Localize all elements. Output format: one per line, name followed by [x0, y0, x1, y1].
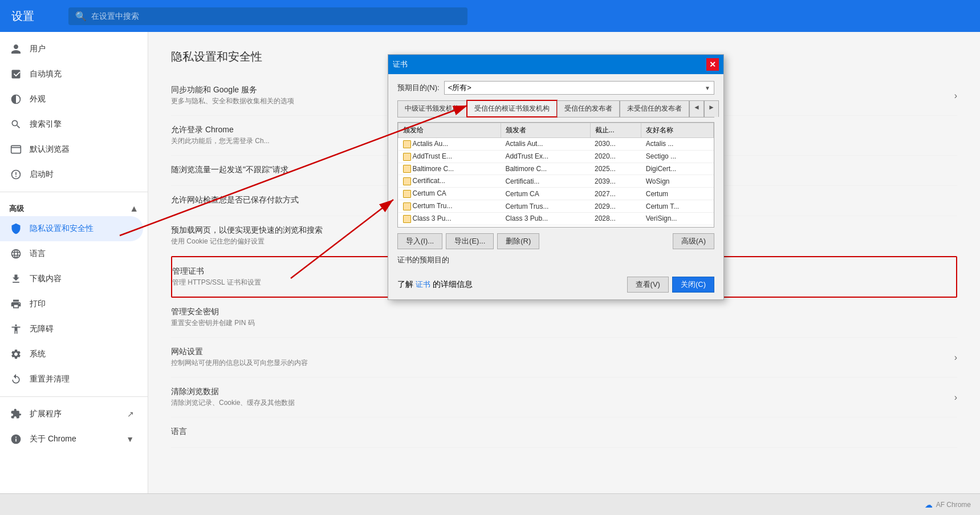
table-row[interactable]: Baltimore C... Baltimore C... 2025... Di…	[398, 163, 714, 175]
sidebar-item-user[interactable]: 用户	[0, 37, 143, 62]
settings-payment-title: 允许网站检查您是否已保存付款方式	[171, 195, 299, 205]
settings-item-site[interactable]: 网站设置 控制网站可使用的信息以及可向您显示的内容 ›	[171, 338, 957, 378]
sidebar-item-reset[interactable]: 重置并清理	[0, 367, 143, 392]
sidebar-item-search[interactable]: 搜索引擎	[0, 112, 143, 137]
sidebar-divider2	[0, 396, 148, 397]
table-row[interactable]: AddTrust E... AddTrust Ex... 2020... Sec…	[398, 150, 714, 163]
certificate-dialog[interactable]: 证书 ✕ 预期目的(N): <所有> ▼ 中级证书颁发机构 受信任的根证书颁发机…	[388, 54, 724, 300]
dialog-footer: 了解 证书 的详细信息 查看(V) 关闭(C)	[397, 277, 714, 293]
cell-issued-to: AddTrust E...	[398, 150, 501, 163]
cell-expires: 2020...	[590, 150, 641, 163]
settings-signin-title: 允许登录 Chrome	[171, 125, 270, 135]
settings-item-preload-text: 预加载网页，以便实现更快速的浏览和搜索 使用 Cookie 记住您的偏好设置	[171, 225, 323, 246]
settings-clear-arrow: ›	[954, 392, 957, 403]
settings-clear-title: 清除浏览数据	[171, 387, 295, 397]
dialog-action-buttons: 导入(I)... 导出(E)... 删除(R) 高级(A)	[397, 233, 714, 249]
sidebar-item-download[interactable]: 下载内容	[0, 266, 143, 291]
svg-rect-1	[11, 145, 21, 153]
sidebar-item-language[interactable]: 语言	[0, 241, 143, 266]
settings-sync-subtitle: 更多与隐私、安全和数据收集相关的选项	[171, 96, 294, 106]
settings-item-clear[interactable]: 清除浏览数据 清除浏览记录、Cookie、缓存及其他数据 ›	[171, 378, 957, 417]
learn-more-text: 了解 证书 的详细信息	[397, 279, 473, 290]
sidebar-item-print[interactable]: 打印	[0, 291, 143, 317]
cell-expires: 2028...	[590, 212, 641, 225]
privacy-icon	[9, 222, 23, 236]
search-input[interactable]	[91, 11, 461, 21]
accessibility-icon	[9, 322, 23, 336]
cell-expires: 2027...	[590, 188, 641, 200]
settings-item-payment-text: 允许网站检查您是否已保存付款方式	[171, 195, 299, 206]
table-row[interactable]: Actalis Au... Actalis Aut... 2030... Act…	[398, 138, 714, 151]
print-icon	[9, 297, 23, 311]
table-row[interactable]: Certum Tru... Certum Trus... 2029... Cer…	[398, 200, 714, 213]
tab-trusted-root[interactable]: 受信任的根证书颁发机构	[467, 100, 557, 117]
tab-intermediate[interactable]: 中级证书颁发机构	[397, 100, 467, 117]
cell-issuer: Copyright (...	[501, 225, 590, 228]
view-button[interactable]: 查看(V)	[627, 277, 669, 293]
cell-friendly: WoSign	[641, 175, 714, 188]
settings-item-seckey[interactable]: 管理安全密钥 重置安全密钥并创建 PIN 码	[171, 298, 957, 338]
sidebar-label-print: 打印	[30, 299, 46, 309]
sidebar-item-about[interactable]: 关于 Chrome ▼	[0, 427, 143, 452]
dialog-close-button[interactable]: ✕	[706, 58, 719, 71]
dialog-purpose-row: 预期目的(N): <所有> ▼	[397, 81, 714, 95]
sidebar-item-startup[interactable]: 启动时	[0, 162, 143, 187]
cloud-icon: ☁	[925, 500, 933, 509]
page-title: 设置	[11, 9, 46, 24]
settings-item-language-section: 语言	[171, 417, 957, 448]
settings-sync-arrow: ›	[954, 91, 957, 101]
settings-item-clear-text: 清除浏览数据 清除浏览记录、Cookie、缓存及其他数据	[171, 387, 295, 408]
settings-language-title: 语言	[171, 427, 187, 437]
table-row[interactable]: Certum CA Certum CA 2027... Certum	[398, 188, 714, 200]
tab-scroll-right[interactable]: ►	[704, 100, 719, 117]
settings-site-arrow: ›	[954, 352, 957, 363]
table-row[interactable]: Class 3 Pu... Class 3 Pub... 2028... Ver…	[398, 212, 714, 225]
col-issuer: 颁发者	[501, 123, 590, 138]
download-icon	[9, 272, 23, 286]
sidebar-label-default-browser: 默认浏览器	[30, 144, 70, 155]
sidebar-label-about: 关于 Chrome	[30, 434, 76, 444]
about-icon	[9, 432, 23, 446]
table-row[interactable]: Certificat... Certificati... 2039... WoS…	[398, 175, 714, 188]
sidebar-item-accessibility[interactable]: 无障碍	[0, 317, 143, 342]
cell-friendly: Certum T...	[641, 200, 714, 213]
export-button[interactable]: 导出(E)...	[446, 233, 494, 249]
sidebar-item-system[interactable]: 系统	[0, 342, 143, 367]
cert-purpose-label: 证书的预期目的	[397, 256, 449, 264]
sidebar-label-startup: 启动时	[30, 169, 54, 180]
settings-certs-title: 管理证书	[172, 266, 261, 277]
advanced-section-header: 高级 ▲	[0, 197, 148, 216]
table-row[interactable]: Copyright (... Copyright (... 1999... Mi…	[398, 225, 714, 228]
sidebar-item-appearance[interactable]: 外观	[0, 87, 143, 112]
header: 设置 🔍	[0, 0, 980, 32]
import-button[interactable]: 导入(I)...	[397, 233, 442, 249]
close-main-button[interactable]: 关闭(C)	[672, 277, 714, 293]
search-bar[interactable]: 🔍	[68, 7, 467, 25]
sidebar-label-extensions: 扩展程序	[30, 409, 62, 419]
cell-friendly: DigiCert...	[641, 163, 714, 175]
advanced-button[interactable]: 高级(A)	[673, 233, 714, 249]
sidebar-item-extensions[interactable]: 扩展程序 ↗	[0, 402, 143, 427]
settings-seckey-subtitle: 重置安全密钥并创建 PIN 码	[171, 318, 255, 328]
purpose-dropdown[interactable]: <所有> ▼	[444, 81, 714, 95]
remove-button[interactable]: 删除(R)	[497, 233, 539, 249]
cert-link[interactable]: 证书	[416, 280, 430, 289]
purpose-value: <所有>	[448, 83, 471, 93]
tab-trusted-publishers[interactable]: 受信任的发布者	[557, 100, 620, 117]
advanced-chevron-icon: ▲	[129, 204, 139, 214]
sidebar-item-privacy[interactable]: 隐私设置和安全性	[0, 216, 143, 241]
tab-untrusted-publishers[interactable]: 未受信任的发布者	[620, 100, 689, 117]
cell-expires: 1999...	[590, 225, 641, 228]
about-chevron-down-icon: ▼	[126, 435, 134, 444]
cell-friendly: Certum	[641, 188, 714, 200]
app-label: AF Chrome	[936, 501, 971, 509]
settings-preload-title: 预加载网页，以便实现更快速的浏览和搜索	[171, 225, 323, 236]
bottom-bar: ☁ AF Chrome	[0, 493, 980, 515]
sidebar-item-autofill[interactable]: 自动填充	[0, 62, 143, 87]
cell-issued-to: Copyright (...	[398, 225, 501, 228]
tab-scroll-left[interactable]: ◄	[689, 100, 704, 117]
cell-issuer: Class 3 Pub...	[501, 212, 590, 225]
sidebar-label-user: 用户	[30, 44, 46, 54]
cell-issued-to: Certum CA	[398, 188, 501, 200]
sidebar-item-default-browser[interactable]: 默认浏览器	[0, 137, 143, 162]
